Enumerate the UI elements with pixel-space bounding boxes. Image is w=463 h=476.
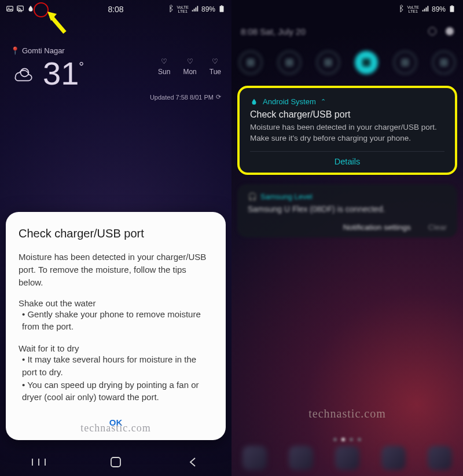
recents-button[interactable]	[16, 453, 62, 471]
notification-title: Check charger/USB port	[250, 109, 444, 120]
svg-rect-2	[17, 6, 24, 10]
dock-app[interactable]	[289, 446, 313, 470]
svg-rect-9	[111, 457, 120, 467]
dock	[232, 444, 463, 473]
svg-rect-0	[7, 6, 13, 10]
back-button[interactable]	[170, 453, 216, 471]
svg-rect-3	[220, 6, 224, 12]
signal-icon	[421, 5, 429, 14]
svg-rect-10	[450, 6, 454, 12]
details-button[interactable]: Details	[335, 157, 360, 166]
qs-toggle-active[interactable]	[355, 51, 378, 74]
qs-toggle[interactable]	[239, 51, 262, 74]
chevron-up-icon[interactable]: ⌃	[321, 98, 326, 105]
dialog-bullet: • It may take several hours for moisture…	[19, 353, 213, 379]
headphone-icon: 🎧	[248, 192, 257, 201]
weather-temp: 31°	[43, 57, 84, 90]
dock-app[interactable]	[242, 446, 267, 470]
watermark: technastic.com	[80, 422, 150, 434]
page-indicator	[333, 438, 361, 441]
moisture-dialog: Check charger/USB port Moisture has been…	[6, 212, 226, 440]
qs-toggle[interactable]	[317, 51, 340, 74]
dialog-title: Check charger/USB port	[19, 227, 213, 240]
clear-button[interactable]: Clear	[428, 223, 447, 232]
pin-icon: 📍	[10, 46, 20, 55]
refresh-icon[interactable]: ⟳	[216, 93, 221, 101]
dock-app[interactable]	[381, 446, 406, 470]
right-screenshot: VoLTELTE1 89% 8:08 Sat, July 20 Android …	[232, 0, 463, 476]
dialog-section-2: Wait for it to dry	[19, 343, 213, 353]
notification-source: 🎧 Samsung Level	[248, 192, 447, 201]
battery-pct: 89%	[432, 5, 446, 13]
shade-header: 8:08 Sat, July 20	[241, 24, 454, 38]
dialog-bullet: • Gently shake your phone to remove mois…	[19, 308, 213, 334]
notification-settings-button[interactable]: Notification settings	[343, 223, 411, 232]
forecast-days: ♡Sun ♡Mon ♡Tue	[158, 57, 221, 76]
qs-toggle[interactable]	[278, 51, 301, 74]
nav-bar	[0, 448, 232, 476]
weather-widget[interactable]: 📍 Gomti Nagar 31° ♡Sun ♡Mon ♡Tue Updated…	[10, 46, 221, 101]
battery-icon	[448, 5, 456, 14]
settings-icon[interactable]	[446, 27, 454, 35]
dialog-bullet: • You can speed up drying by pointing a …	[19, 379, 213, 404]
dialog-intro: Moisture has been detected in your charg…	[19, 251, 213, 288]
dock-app[interactable]	[428, 446, 452, 470]
dock-app[interactable]	[335, 446, 359, 470]
svg-rect-11	[451, 5, 453, 6]
qs-toggle[interactable]	[394, 51, 417, 74]
battery-icon	[218, 5, 226, 14]
notification-body: Samsung U Flex (08DF) is connected.	[248, 204, 447, 214]
home-button[interactable]	[93, 453, 139, 471]
status-bar-right: VoLTELTE1 89%	[232, 0, 463, 19]
svg-rect-4	[221, 5, 222, 6]
moisture-notification[interactable]: Android System ⌃ Check charger/USB port …	[237, 86, 457, 175]
clock: 8:08	[108, 5, 123, 14]
water-drop-icon	[250, 98, 258, 106]
left-screenshot: 8:08 VoLTELTE1 89% 📍 Gomti Nagar	[0, 0, 232, 476]
quick-settings	[232, 46, 463, 79]
moisture-icon	[27, 5, 35, 14]
search-icon[interactable]	[428, 27, 436, 35]
qs-toggle[interactable]	[432, 51, 455, 74]
notification-source: Android System ⌃	[250, 97, 444, 106]
weather-icon	[10, 61, 35, 86]
heart-icon: ♡	[187, 57, 193, 65]
dialog-section-1: Shake out the water	[19, 298, 213, 308]
status-bar-left: 8:08 VoLTELTE1 89%	[0, 0, 232, 19]
watermark: technastic.com	[308, 407, 385, 420]
weather-location: 📍 Gomti Nagar	[10, 46, 221, 55]
picture-icon	[6, 5, 14, 14]
volte-indicator: VoLTELTE1	[407, 5, 419, 13]
notification-body: Moisture has been detected in your charg…	[250, 122, 444, 144]
shade-datetime: 8:08 Sat, July 20	[241, 27, 306, 36]
battery-pct: 89%	[201, 5, 215, 13]
weather-updated: Updated 7:58 8/01 PM⟳	[10, 93, 221, 101]
bluetooth-icon	[396, 5, 405, 14]
volte-indicator: VoLTELTE1	[177, 5, 189, 13]
signal-icon	[191, 5, 199, 14]
cast-icon	[16, 5, 24, 14]
heart-icon: ♡	[161, 57, 167, 65]
heart-icon: ♡	[212, 57, 218, 65]
bluetooth-icon	[166, 5, 174, 14]
secondary-notification[interactable]: 🎧 Samsung Level Samsung U Flex (08DF) is…	[237, 184, 457, 237]
